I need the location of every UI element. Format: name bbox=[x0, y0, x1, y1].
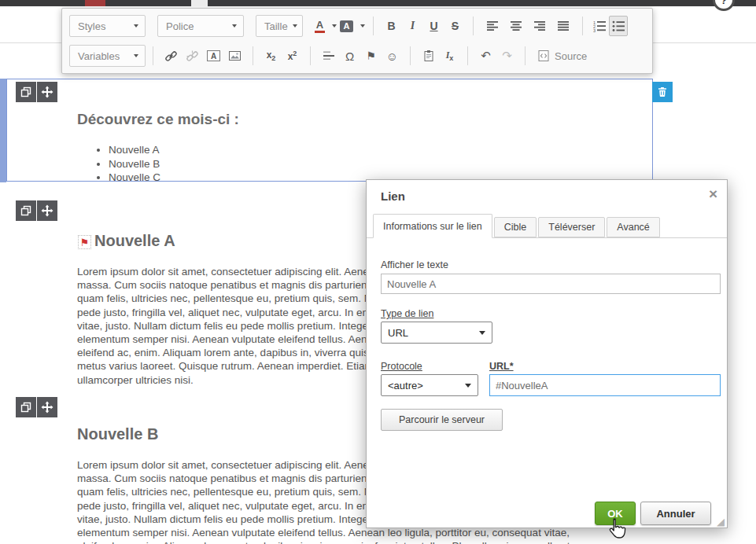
align-justify-icon bbox=[557, 20, 570, 31]
toolbar-separator bbox=[153, 46, 153, 65]
redo-button[interactable]: ↷ bbox=[496, 46, 518, 66]
protocol-label: Protocole bbox=[381, 361, 422, 372]
copy-icon bbox=[20, 86, 32, 98]
image-icon bbox=[228, 50, 242, 61]
move-block-handle[interactable] bbox=[37, 200, 57, 221]
duplicate-block-button[interactable] bbox=[16, 200, 36, 221]
align-justify-button[interactable] bbox=[551, 16, 575, 36]
tab-advanced[interactable]: Avancé bbox=[607, 217, 659, 237]
delete-block-button[interactable] bbox=[652, 82, 673, 102]
align-right-button[interactable] bbox=[528, 16, 551, 36]
link-button[interactable] bbox=[160, 46, 182, 66]
strikethrough-icon: S bbox=[452, 20, 459, 32]
toolbar-separator bbox=[253, 46, 253, 65]
duplicate-block-button[interactable] bbox=[16, 397, 36, 417]
remove-format-button[interactable]: Ix bbox=[439, 46, 460, 66]
flag-icon: ⚑ bbox=[366, 50, 376, 62]
list-item: Nouvelle A bbox=[109, 143, 160, 157]
duplicate-block-button[interactable] bbox=[16, 82, 36, 102]
align-center-icon bbox=[510, 20, 522, 31]
protocol-select[interactable]: <autre> bbox=[381, 374, 478, 396]
link-type-select[interactable]: URL bbox=[381, 322, 492, 344]
italic-button[interactable]: I bbox=[402, 16, 423, 36]
paragraph-line: eleifend ac, enim. Aliquam lorem ante, d… bbox=[77, 539, 570, 544]
hand-pointer-icon bbox=[606, 517, 626, 541]
italic-icon: I bbox=[411, 20, 415, 32]
url-input[interactable]: #NouvelleA bbox=[489, 374, 721, 396]
help-button[interactable]: ? bbox=[713, 0, 735, 11]
bold-icon: B bbox=[387, 20, 395, 32]
intro-heading: Découvrez ce mois-ci : bbox=[77, 111, 239, 128]
tab-target[interactable]: Cible bbox=[494, 217, 537, 237]
align-right-icon bbox=[533, 20, 546, 31]
dialog-close-button[interactable]: × bbox=[709, 186, 717, 203]
move-block-handle[interactable] bbox=[37, 82, 57, 102]
remove-format-icon: Ix bbox=[446, 50, 454, 62]
display-text-input[interactable]: Nouvelle A bbox=[381, 274, 721, 294]
undo-button[interactable]: ↶ bbox=[475, 46, 496, 66]
toolbar-separator bbox=[473, 17, 474, 35]
redo-icon: ↷ bbox=[502, 49, 512, 63]
email-editor-screen: ? Styles Police Taille A A B I bbox=[0, 0, 756, 544]
anchor-flag-button[interactable]: ⚑ bbox=[360, 46, 382, 66]
unlink-button[interactable] bbox=[182, 46, 203, 66]
link-dialog: Lien × Informations sur le lien Cible Té… bbox=[366, 179, 728, 528]
source-button[interactable]: Source bbox=[533, 46, 592, 66]
anchor-marker-icon: ⚑ bbox=[78, 235, 91, 249]
size-combo[interactable]: Taille bbox=[256, 15, 303, 37]
display-text-value: Nouvelle A bbox=[387, 278, 436, 290]
bold-button[interactable]: B bbox=[381, 16, 402, 36]
list-item: Nouvelle C bbox=[109, 171, 160, 185]
strikethrough-button[interactable]: S bbox=[444, 16, 466, 36]
toolbar-separator bbox=[525, 46, 526, 65]
link-type-value: URL bbox=[388, 327, 408, 339]
image-button[interactable] bbox=[224, 46, 245, 66]
dialog-title: Lien bbox=[381, 189, 405, 203]
move-block-handle[interactable] bbox=[37, 397, 57, 417]
cancel-button-label: Annuler bbox=[656, 508, 695, 520]
toolbar-row-2: Variables A x2 x2 bbox=[69, 44, 592, 68]
source-button-label: Source bbox=[555, 50, 587, 62]
chevron-down-icon bbox=[360, 24, 365, 28]
cancel-button[interactable]: Annuler bbox=[640, 502, 711, 525]
variables-combo[interactable]: Variables bbox=[69, 45, 146, 67]
background-color-button[interactable]: A bbox=[339, 16, 366, 36]
special-character-button[interactable]: Ω bbox=[339, 46, 360, 66]
text-color-icon: A bbox=[315, 20, 325, 33]
styles-combo[interactable]: Styles bbox=[69, 15, 146, 37]
horizontal-rule-button[interactable] bbox=[318, 46, 339, 66]
copy-icon bbox=[20, 401, 32, 414]
align-center-button[interactable] bbox=[504, 16, 528, 36]
underline-button[interactable]: U bbox=[423, 16, 444, 36]
chevron-down-icon bbox=[232, 24, 237, 28]
align-left-button[interactable] bbox=[481, 16, 504, 36]
question-mark-icon: ? bbox=[721, 0, 727, 6]
toolbar-separator bbox=[373, 17, 374, 35]
topbar-white-fragment bbox=[191, 0, 208, 6]
url-value: #NouvelleA bbox=[496, 380, 548, 391]
size-combo-label: Taille bbox=[264, 20, 288, 32]
source-code-icon bbox=[537, 50, 550, 62]
superscript-button[interactable]: x2 bbox=[282, 46, 303, 66]
numbered-list-button[interactable]: 123 bbox=[590, 16, 609, 36]
subscript-button[interactable]: x2 bbox=[260, 46, 282, 66]
font-combo[interactable]: Police bbox=[157, 15, 244, 37]
trash-icon bbox=[656, 86, 669, 98]
tab-upload[interactable]: Téléverser bbox=[538, 217, 605, 237]
selected-block-edge bbox=[0, 79, 6, 182]
section-b-title: Nouvelle B bbox=[77, 425, 158, 443]
font-combo-label: Police bbox=[166, 20, 194, 32]
toolbar-separator bbox=[467, 46, 468, 65]
browse-server-button[interactable]: Parcourir le serveur bbox=[381, 409, 503, 431]
anchor-placeholder-button[interactable]: A bbox=[203, 46, 224, 66]
emoji-button[interactable]: ☺ bbox=[382, 46, 403, 66]
close-icon: × bbox=[709, 186, 717, 202]
svg-text:3: 3 bbox=[593, 28, 596, 32]
dialog-resize-handle[interactable]: ◢ bbox=[717, 516, 725, 527]
chevron-down-icon bbox=[134, 54, 138, 57]
url-label: URL* bbox=[489, 361, 514, 372]
tab-link-info[interactable]: Informations sur le lien bbox=[373, 214, 492, 238]
bulleted-list-button[interactable] bbox=[609, 16, 628, 36]
paste-button[interactable] bbox=[418, 46, 439, 66]
text-color-button[interactable]: A bbox=[312, 16, 339, 36]
